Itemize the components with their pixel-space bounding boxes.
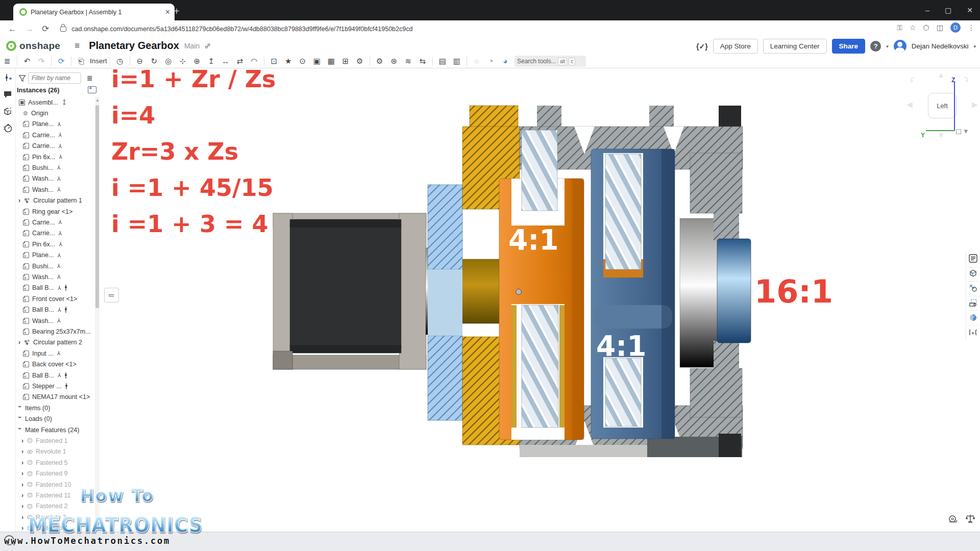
rack-relation-icon[interactable]: ≋ bbox=[404, 57, 412, 66]
bom-table-icon[interactable]: ▥ bbox=[452, 57, 461, 66]
new-tab-button[interactable]: + bbox=[174, 6, 180, 16]
view-options-cube-icon[interactable]: ◻ ▾ bbox=[955, 127, 968, 136]
onshape-logo[interactable]: onshape bbox=[6, 40, 60, 52]
parallel-mate-icon[interactable]: ⇄ bbox=[235, 57, 244, 66]
tree-row[interactable]: Bearing 25x37x7m... bbox=[22, 326, 91, 337]
user-name[interactable]: Dejan Nedelkovski bbox=[912, 42, 969, 50]
tree-row[interactable]: Wash...⅄ bbox=[22, 184, 61, 195]
tree-scrollbar-up-arrow[interactable]: ▲ bbox=[95, 98, 100, 103]
tree-row[interactable]: Wash...⅄ bbox=[22, 315, 61, 326]
tree-section-items[interactable]: ›Items (0) bbox=[17, 403, 50, 413]
tree-section-loads[interactable]: ›Loads (0) bbox=[17, 414, 52, 424]
tree-row[interactable]: Input ...⅄ bbox=[22, 348, 60, 359]
tree-row[interactable]: Carrie...⅄ bbox=[22, 130, 62, 140]
drawing-region-icon[interactable] bbox=[969, 298, 977, 307]
browser-profile-avatar[interactable]: D bbox=[950, 22, 961, 33]
search-tools[interactable]: Search tools... alt c bbox=[514, 56, 586, 67]
share-link-icon[interactable]: ⚯ bbox=[203, 41, 213, 51]
edit-in-context-icon[interactable]: ▤ bbox=[438, 57, 447, 66]
featurescript-icon[interactable]: {✓} bbox=[696, 42, 708, 51]
screw-relation-icon[interactable]: ⚙ bbox=[375, 57, 384, 66]
planetary-relation-icon[interactable]: ⊛ bbox=[389, 57, 398, 66]
url-text[interactable]: cad.onshape.com/documents/5a13d645118279… bbox=[71, 26, 412, 33]
performance-icon[interactable] bbox=[3, 123, 12, 133]
insert-label[interactable]: Insert bbox=[90, 57, 107, 65]
back-icon[interactable]: ← bbox=[8, 24, 17, 34]
tangent-mate-icon[interactable]: ◠ bbox=[250, 57, 258, 66]
explode-view-icon[interactable]: ◌ bbox=[472, 57, 481, 65]
mate-connector-icon[interactable] bbox=[3, 73, 12, 82]
chevron-right-icon[interactable]: › bbox=[18, 197, 23, 204]
tree-row[interactable]: Carrie...⅄ bbox=[22, 217, 62, 228]
document-menu-icon[interactable]: ≡ bbox=[75, 41, 80, 51]
tree-row[interactable]: Carrie...⅄ bbox=[22, 228, 62, 239]
tree-scrollbar-thumb[interactable] bbox=[95, 105, 99, 308]
pin-slot-mate-icon[interactable]: ↥ bbox=[207, 57, 215, 66]
tree-row[interactable]: Plane...⅄ bbox=[22, 250, 61, 261]
tree-row[interactable]: Front cover <1> bbox=[22, 293, 77, 304]
select-part-icon[interactable]: ⊙ bbox=[298, 57, 307, 66]
side-panel-icon[interactable]: ◫ bbox=[937, 23, 943, 32]
browser-menu-icon[interactable]: ⋮ bbox=[968, 23, 975, 32]
tree-row[interactable]: Carrie...⅄ bbox=[22, 141, 62, 152]
slider-mate-icon[interactable]: ↔ bbox=[221, 57, 230, 65]
insert-instance-icon[interactable] bbox=[88, 86, 96, 93]
tab-close-icon[interactable]: ✕ bbox=[165, 8, 170, 16]
planar-mate-icon[interactable]: ⊹ bbox=[178, 57, 187, 66]
bookmark-star-icon[interactable]: ☆ bbox=[910, 23, 916, 32]
browser-tab[interactable]: Planetary Gearbox | Assembly 1 ✕ bbox=[13, 4, 175, 20]
minimize-button[interactable]: – bbox=[925, 6, 929, 14]
user-caret-icon[interactable]: ▾ bbox=[973, 44, 976, 49]
view-cube[interactable]: ▲ ↶ ↷ ◀ ▶ ▼ Left Z Y ◻ ▾ bbox=[902, 70, 980, 147]
isolate-icon[interactable] bbox=[969, 269, 977, 278]
tree-row[interactable]: ›Circular pattern 2 bbox=[18, 337, 82, 348]
replicate-icon[interactable]: ⇆ bbox=[418, 57, 427, 66]
chevron-right-icon[interactable]: › bbox=[18, 339, 23, 346]
extensions-puzzle-icon[interactable]: ⬡ bbox=[923, 23, 929, 32]
comment-icon[interactable] bbox=[3, 90, 12, 99]
model-panel-icon[interactable] bbox=[969, 254, 977, 263]
tree-row[interactable]: Ring gear <1> bbox=[22, 206, 72, 217]
gear-relation-icon[interactable]: ⚙ bbox=[355, 57, 364, 66]
named-positions-icon[interactable]: ◔ bbox=[486, 57, 495, 65]
help-caret-icon[interactable]: ▾ bbox=[886, 44, 889, 49]
group-icon[interactable]: ▣ bbox=[312, 57, 321, 66]
collapsed-panel-toggle[interactable]: ≔ bbox=[104, 288, 119, 303]
configurations-icon[interactable]: x bbox=[969, 328, 977, 337]
assembly-feature-list-icon[interactable]: ≣ bbox=[3, 57, 12, 66]
tree-row[interactable]: Origin bbox=[22, 108, 48, 118]
help-icon[interactable]: ? bbox=[870, 41, 881, 52]
mass-properties-icon[interactable] bbox=[965, 513, 976, 524]
tree-row[interactable]: ›Fastened 1 bbox=[21, 435, 68, 446]
ball-mate-icon[interactable]: ⊕ bbox=[192, 57, 201, 66]
tree-row[interactable]: Bushi...⅄ bbox=[22, 261, 60, 271]
tree-row[interactable]: Ball B...⅄ bbox=[22, 283, 67, 293]
display-states-icon[interactable]: ◕ bbox=[501, 57, 509, 65]
tree-row[interactable]: Pin 6x...⅄ bbox=[22, 239, 62, 249]
list-view-icon[interactable]: ≣ bbox=[87, 74, 93, 82]
app-store-button[interactable]: App Store bbox=[713, 39, 758, 54]
user-avatar[interactable] bbox=[894, 40, 906, 53]
workspace-branch[interactable]: Main bbox=[184, 42, 200, 50]
revolute-mate-icon[interactable]: ↻ bbox=[150, 57, 158, 66]
close-button[interactable]: ✕ bbox=[967, 6, 973, 14]
filter-input[interactable] bbox=[28, 72, 81, 84]
reload-icon[interactable]: ⟳ bbox=[42, 23, 49, 34]
tree-row[interactable]: Assembl... bbox=[18, 97, 67, 108]
tree-row[interactable]: Plane...⅄ bbox=[22, 119, 61, 130]
fastened-mate-icon[interactable]: ⊖ bbox=[135, 57, 144, 66]
update-linked-icon[interactable]: ⟳ bbox=[57, 57, 66, 66]
tree-row[interactable]: ›Revolute 1 bbox=[21, 446, 66, 457]
history-icon[interactable]: ◷ bbox=[115, 57, 124, 66]
redo-icon[interactable]: ↷ bbox=[37, 57, 46, 66]
tree-row[interactable]: Stepper ... bbox=[22, 381, 68, 391]
appearance-sphere-icon[interactable] bbox=[969, 313, 977, 322]
measure-tape-icon[interactable] bbox=[947, 514, 959, 525]
tree-row[interactable]: ›Circular pattern 1 bbox=[18, 195, 82, 206]
tree-row[interactable]: Pin 6x...⅄ bbox=[22, 152, 62, 162]
exploded-parts-icon[interactable] bbox=[969, 284, 977, 292]
snap-mode-icon[interactable]: ⊡ bbox=[270, 57, 278, 66]
tree-row[interactable]: ›Fastened 5 bbox=[21, 457, 68, 468]
cylindrical-mate-icon[interactable]: ◎ bbox=[164, 57, 173, 66]
tree-row[interactable]: Wash...⅄ bbox=[22, 173, 61, 184]
